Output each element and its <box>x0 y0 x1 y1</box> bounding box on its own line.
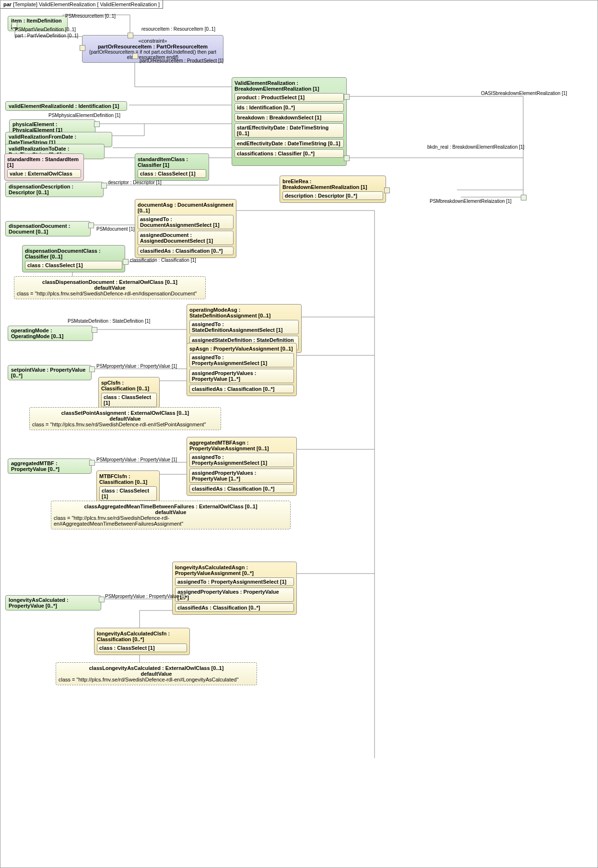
doc-block: dispensationDocument : Document [0..1] <box>5 221 91 236</box>
diagram-canvas: par [Template] ValidElementRealization [… <box>0 0 598 868</box>
standarditem-block: standardItem : StandardItem [1]value : E… <box>4 153 84 181</box>
label: bkdn_real : BreakdownElementRealization … <box>427 144 524 150</box>
mtc-block: MTBFClsfn : Classification [0..1]class :… <box>96 470 160 504</box>
port <box>521 195 527 200</box>
docasg-block: documentAsg : DocumentAssignment [0..1] … <box>135 199 236 258</box>
loc-block: longevityAsCalculatedClsfn : Classificat… <box>94 628 190 655</box>
label: PSMdocument [1] <box>96 226 134 232</box>
spc-block: spClsfn : Classification [0..1]class : C… <box>98 377 160 410</box>
port <box>344 155 350 161</box>
bre-block: breEleRea : BreakdownElementRealization … <box>280 176 386 203</box>
spasg-block: spAsgn : PropertyValueAssignment [0..1] … <box>187 343 297 396</box>
mode-block: operatingMode : OperatingMode [0..1] <box>8 326 93 341</box>
label: PSMphysicalElementDefinition [1] <box>48 113 120 118</box>
id-block: validElementRealizationId : Identificati… <box>5 101 127 111</box>
port <box>128 33 133 38</box>
label: PSMresourceItem [0..1] <box>65 13 116 19</box>
label: part : PartViewDefinition [0..1] <box>15 33 78 38</box>
mtbf-block: aggregatedMTBF : PropertyValue [0..*] <box>8 458 92 474</box>
label: PSMpropertyValue : PropertyValue [1] <box>96 364 177 369</box>
port <box>88 223 94 228</box>
mtasg-block: aggregatedMTBFAsgn : PropertyValueAssign… <box>187 437 297 496</box>
label: resourceItem : ResourceItem [0..1] <box>141 26 215 32</box>
port <box>123 259 129 265</box>
label: PSMpropertyValue : PropertyValue [1] <box>96 457 177 462</box>
port <box>344 94 350 100</box>
port <box>99 597 105 602</box>
label: PSMstateDefinition : StateDefinition [1] <box>68 318 150 324</box>
sp-block: setpointValue : PropertyValue [0..*] <box>8 365 92 380</box>
label: descriptor : Descriptor [1] <box>108 180 162 185</box>
sic-block: standardItemClass : Classifier [1]class … <box>135 153 209 181</box>
disp-block: dispensationDescription : Descriptor [0.… <box>5 182 104 197</box>
label: PSMpropertyValue : PropertyValue [1] <box>105 594 186 599</box>
ver-block: ValidElementRealization : BreakdownEleme… <box>232 77 347 166</box>
long-block: longevityAsCalculated : PropertyValue [0… <box>5 595 101 610</box>
label: partOrResourceItem : ProductSelect [1] <box>140 58 223 63</box>
port <box>384 188 390 193</box>
port <box>89 460 95 466</box>
label: classification : Classification [1] <box>130 258 196 263</box>
port <box>89 366 95 372</box>
cdd-block: classDispensationDocument : ExternalOwlC… <box>14 276 206 299</box>
label: PSMbreakdownElementRelaization [1] <box>430 199 512 204</box>
loasg-block: longevityAsCalculatedAsgn : PropertyValu… <box>172 562 297 615</box>
ddc-block: dispensationDocumentClass : Classifier [… <box>22 245 125 272</box>
cmt-block: classAggregatedMeanTimeBetweenFailures :… <box>51 501 291 529</box>
port <box>101 183 107 188</box>
csp-block: classSetPointAssignment : ExternalOwlCla… <box>29 407 221 430</box>
port <box>92 327 97 333</box>
port <box>94 121 100 127</box>
label: OASISbreakdownElementRealization [1] <box>481 91 567 96</box>
diagram-header: par [Template] ValidElementRealization [… <box>0 0 163 9</box>
port <box>132 53 138 59</box>
clo-block: classLongevityAsCalculated : ExternalOwl… <box>56 662 257 685</box>
label: PSMpartViewDefinition [0..1] <box>15 27 76 32</box>
port <box>80 45 85 51</box>
